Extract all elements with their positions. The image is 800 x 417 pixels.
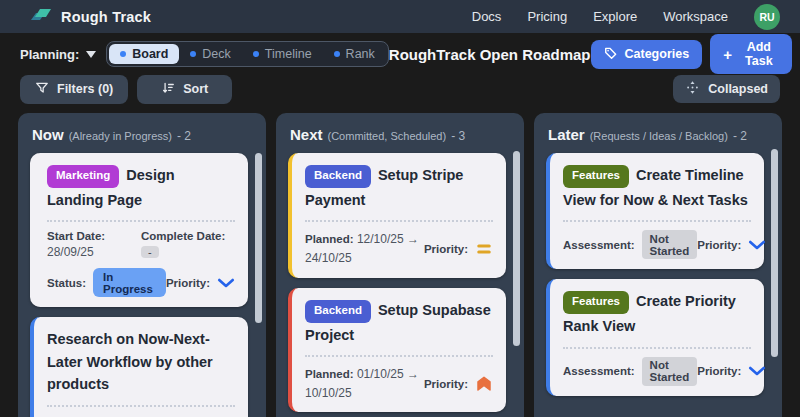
nav-link-docs[interactable]: Docs (472, 9, 502, 24)
view-switcher: Board Deck Timeline Rank (106, 41, 389, 67)
move-arrows-icon (685, 80, 700, 98)
divider (305, 355, 493, 357)
collapsed-button[interactable]: Collapsed (673, 75, 780, 103)
planning-dropdown[interactable]: Planning: (20, 47, 96, 62)
column-header-next: Next(Committed, Scheduled)- 3 (286, 124, 508, 153)
assessment-label: Assessment: (563, 365, 635, 377)
priority-label: Priority: (424, 378, 468, 390)
priority-medium-icon[interactable] (475, 242, 493, 256)
column-header-now: Now(Already in Progress)- 2 (28, 124, 250, 153)
divider (47, 220, 235, 222)
assessment-chip: Not Started (642, 357, 698, 386)
priority-label: Priority: (424, 243, 468, 255)
planning-label: Planning: (20, 47, 79, 62)
divider (305, 220, 493, 222)
task-card[interactable]: Research on Now-Next-Later Workflow by o… (30, 317, 248, 417)
scrollbar-thumb[interactable] (771, 149, 778, 357)
start-date-value: 28/09/25 (47, 245, 141, 259)
status-label: Status: (47, 277, 86, 289)
page-title: RoughTrack Open Roadmap (389, 46, 591, 63)
planned-dates: Planned: 12/10/25 → 24/10/25 (305, 230, 419, 267)
priority-label: Priority: (697, 365, 741, 377)
priority-label: Priority: (697, 239, 741, 251)
planned-dates: Planned: 01/10/25 → 10/10/25 (305, 365, 419, 402)
chevron-down-icon (86, 51, 96, 58)
tab-dot-icon (120, 51, 126, 57)
toolbar: Planning: Board Deck Timeline Rank Rough… (0, 36, 800, 72)
plus-icon: + (723, 47, 732, 62)
column-header-later: Later(Requests / Ideas / Backlog)- 2 (544, 124, 766, 153)
tab-timeline[interactable]: Timeline (242, 44, 323, 64)
card-title: FeaturesCreate Timeline View for Now & N… (563, 164, 751, 211)
priority-high-icon[interactable] (475, 375, 493, 393)
priority-low-icon[interactable] (748, 239, 766, 251)
card-title: Research on Now-Next-Later Workflow by o… (47, 328, 235, 395)
column-later: Later(Requests / Ideas / Backlog)- 2 Fea… (534, 113, 782, 417)
column-now: Now(Already in Progress)- 2 MarketingDes… (18, 113, 266, 417)
nav-link-pricing[interactable]: Pricing (527, 9, 567, 24)
tab-deck[interactable]: Deck (179, 44, 241, 64)
avatar[interactable]: RU (754, 4, 780, 30)
sort-button[interactable]: Sort (137, 75, 232, 104)
scrollbar-thumb[interactable] (513, 151, 520, 346)
task-card[interactable]: FeaturesCreate Priority Rank View Assess… (546, 279, 764, 395)
priority-low-icon[interactable] (748, 365, 766, 377)
complete-date-label: Complete Date: (141, 230, 235, 242)
add-task-button[interactable]: + Add Task (710, 34, 792, 74)
tab-dot-icon (334, 51, 340, 57)
start-date-label: Start Date: (47, 230, 141, 242)
nav-link-explore[interactable]: Explore (593, 9, 637, 24)
categories-button[interactable]: Categories (591, 40, 703, 69)
divider (563, 220, 751, 222)
top-navbar: Rough Track Docs Pricing Explore Workspa… (0, 0, 800, 33)
column-next: Next(Committed, Scheduled)- 3 BackendSet… (276, 113, 524, 417)
card-title: BackendSetup Stripe Payment (305, 164, 493, 211)
task-card[interactable]: FeaturesCreate Timeline View for Now & N… (546, 153, 764, 269)
category-badge: Marketing (47, 165, 119, 188)
kanban-board: Now(Already in Progress)- 2 MarketingDes… (0, 113, 800, 417)
tab-board[interactable]: Board (109, 44, 179, 64)
filter-bar: Filters (0) Sort Collapsed (0, 74, 800, 104)
priority-label: Priority: (166, 277, 210, 289)
task-card[interactable]: MarketingDesign Landing Page Start Date:… (30, 153, 248, 307)
task-card[interactable]: BackendSetup Stripe Payment Planned: 12/… (288, 153, 506, 278)
brand-name: Rough Track (61, 9, 151, 25)
category-badge: Backend (305, 165, 371, 188)
card-title: FeaturesCreate Priority Rank View (563, 290, 751, 337)
card-title: MarketingDesign Landing Page (47, 164, 235, 211)
task-card[interactable]: BackendSetup Supabase Project Planned: 0… (288, 288, 506, 413)
tab-dot-icon (190, 51, 196, 57)
nav-link-workspace[interactable]: Workspace (663, 9, 728, 24)
tab-rank[interactable]: Rank (323, 44, 386, 64)
column-count: - 2 (733, 129, 747, 143)
sort-icon (161, 81, 175, 98)
tab-dot-icon (253, 51, 259, 57)
assessment-chip: Not Started (642, 230, 698, 259)
brand[interactable]: Rough Track (30, 6, 151, 28)
category-badge: Features (563, 291, 629, 314)
funnel-icon (35, 81, 49, 98)
category-badge: Backend (305, 300, 371, 323)
card-title: BackendSetup Supabase Project (305, 299, 493, 346)
category-badge: Features (563, 165, 629, 188)
complete-date-value: - (141, 246, 159, 258)
app-logo-icon (30, 6, 52, 28)
divider (47, 405, 235, 407)
tag-icon (604, 46, 618, 63)
column-count: - 3 (451, 129, 465, 143)
scrollbar-thumb[interactable] (255, 153, 262, 323)
filters-button[interactable]: Filters (0) (20, 75, 128, 104)
column-count: - 2 (177, 129, 191, 143)
divider (563, 347, 751, 349)
priority-low-icon[interactable] (217, 277, 235, 289)
assessment-label: Assessment: (563, 239, 635, 251)
status-badge: In Progress (93, 268, 166, 297)
